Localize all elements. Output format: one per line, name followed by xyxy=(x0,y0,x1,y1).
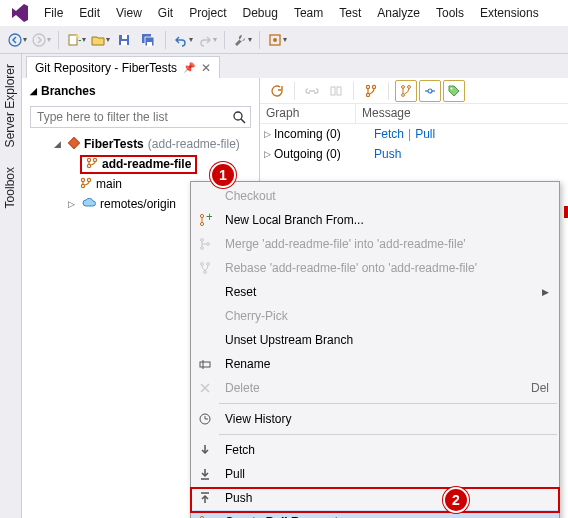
svg-rect-5 xyxy=(121,41,127,45)
delete-shortcut: Del xyxy=(531,381,549,395)
pull-link[interactable]: Pull xyxy=(415,127,435,141)
undo-button[interactable]: ▾ xyxy=(172,29,194,51)
menu-project[interactable]: Project xyxy=(181,2,234,24)
ctx-cherry-pick: Cherry-Pick xyxy=(191,304,559,328)
ctx-checkout: Checkout xyxy=(191,184,559,208)
new-item-button[interactable]: +▾ xyxy=(65,29,87,51)
ctx-fetch[interactable]: Fetch xyxy=(191,438,559,462)
col-message[interactable]: Message xyxy=(356,104,417,123)
menu-debug[interactable]: Debug xyxy=(235,2,286,24)
svg-point-27 xyxy=(408,85,411,88)
menu-extensions[interactable]: Extensions xyxy=(472,2,547,24)
repo-node[interactable]: ◢ FiberTests (add-readme-file) xyxy=(26,134,255,154)
expander-icon[interactable]: ▷ xyxy=(260,129,274,139)
menu-file[interactable]: File xyxy=(36,2,71,24)
redo-button[interactable]: ▾ xyxy=(196,29,218,51)
svg-point-32 xyxy=(451,87,453,89)
side-tab-server-explorer[interactable]: Server Explorer xyxy=(0,54,20,157)
svg-point-26 xyxy=(402,85,405,88)
ctx-view-history[interactable]: View History xyxy=(191,407,559,431)
save-button[interactable] xyxy=(113,29,135,51)
side-tab-toolbox[interactable]: Toolbox xyxy=(0,157,20,218)
close-icon[interactable]: ✕ xyxy=(201,61,211,75)
push-icon xyxy=(193,491,217,505)
history-headers: Graph Message xyxy=(260,104,568,124)
ctx-new-branch[interactable]: +New Local Branch From... xyxy=(191,208,559,232)
svg-rect-22 xyxy=(337,87,341,95)
menu-team[interactable]: Team xyxy=(286,2,331,24)
svg-point-1 xyxy=(33,34,45,46)
menu-tools[interactable]: Tools xyxy=(428,2,472,24)
callout-1: 1 xyxy=(210,162,236,188)
ctx-merge: Merge 'add-readme-file' into 'add-readme… xyxy=(191,232,559,256)
svg-point-17 xyxy=(87,164,90,167)
ctx-unset-upstream[interactable]: Unset Upstream Branch xyxy=(191,328,559,352)
save-all-button[interactable] xyxy=(137,29,159,51)
menu-edit[interactable]: Edit xyxy=(71,2,108,24)
menu-test[interactable]: Test xyxy=(331,2,369,24)
branches-header[interactable]: ◢ Branches xyxy=(22,78,259,104)
branch-label: main xyxy=(96,177,122,191)
ctx-rename[interactable]: Rename xyxy=(191,352,559,376)
git-changes-button[interactable]: ▾ xyxy=(266,29,288,51)
filter-input[interactable] xyxy=(31,107,228,127)
filter-branch-button[interactable] xyxy=(395,80,417,102)
menu-git[interactable]: Git xyxy=(150,2,181,24)
nav-fwd-button[interactable]: ▾ xyxy=(30,29,52,51)
svg-point-36 xyxy=(201,239,204,242)
cropped-red-edge xyxy=(564,206,568,218)
refresh-button[interactable] xyxy=(266,80,288,102)
search-icon[interactable] xyxy=(228,110,250,124)
branches-label: Branches xyxy=(41,84,96,98)
toolbar: ▾ ▾ +▾ ▾ ▾ ▾ ▾ ▾ xyxy=(0,26,568,54)
ctx-create-pull-request[interactable]: Create Pull Request xyxy=(191,510,559,518)
svg-point-29 xyxy=(428,89,432,93)
branch-graph-button[interactable] xyxy=(360,80,382,102)
svg-point-33 xyxy=(200,214,203,217)
ctx-reset[interactable]: Reset▶ xyxy=(191,280,559,304)
pin-icon[interactable]: 📌 xyxy=(183,62,195,73)
col-graph[interactable]: Graph xyxy=(260,104,356,123)
svg-point-11 xyxy=(273,38,277,42)
outgoing-row[interactable]: ▷ Outgoing (0) Push xyxy=(260,144,568,164)
menu-analyze[interactable]: Analyze xyxy=(369,2,428,24)
collapse-icon: ◢ xyxy=(30,86,37,96)
doc-tab-git-repo[interactable]: Git Repository - FiberTests 📌 ✕ xyxy=(26,56,220,78)
wrench-button[interactable]: ▾ xyxy=(231,29,253,51)
link-button[interactable] xyxy=(301,80,323,102)
incoming-row[interactable]: ▷ Incoming (0) Fetch|Pull xyxy=(260,124,568,144)
svg-text:+: + xyxy=(206,213,212,224)
svg-point-41 xyxy=(204,271,207,274)
svg-point-18 xyxy=(81,178,84,181)
svg-point-40 xyxy=(207,263,210,266)
svg-rect-6 xyxy=(122,35,127,39)
side-tabs: Server Explorer Toolbox xyxy=(0,54,22,518)
svg-point-19 xyxy=(87,178,90,181)
new-branch-icon: + xyxy=(193,213,217,227)
doc-tab-title: Git Repository - FiberTests xyxy=(35,61,177,75)
menu-view[interactable]: View xyxy=(108,2,150,24)
delete-icon xyxy=(193,381,217,395)
nav-back-button[interactable]: ▾ xyxy=(6,29,28,51)
ctx-push[interactable]: Push xyxy=(191,486,559,510)
fetch-link[interactable]: Fetch xyxy=(374,127,404,141)
svg-point-38 xyxy=(201,247,204,250)
ctx-pull[interactable]: Pull xyxy=(191,462,559,486)
expander-icon[interactable]: ▷ xyxy=(260,149,274,159)
repo-current-branch: (add-readme-file) xyxy=(148,137,240,151)
open-button[interactable]: ▾ xyxy=(89,29,111,51)
menu-separator xyxy=(219,434,557,435)
branch-context-menu: Checkout +New Local Branch From... Merge… xyxy=(190,181,560,518)
svg-point-39 xyxy=(201,263,204,266)
filter-commit-button[interactable] xyxy=(419,80,441,102)
menubar: File Edit View Git Project Debug Team Te… xyxy=(0,0,568,26)
svg-rect-2 xyxy=(69,35,77,45)
expander-icon[interactable]: ◢ xyxy=(54,139,64,149)
compare-button[interactable] xyxy=(325,80,347,102)
ctx-delete: DeleteDel xyxy=(191,376,559,400)
push-link[interactable]: Push xyxy=(374,147,401,161)
expander-icon[interactable]: ▷ xyxy=(68,199,78,209)
filter-tag-button[interactable] xyxy=(443,80,465,102)
cloud-icon xyxy=(82,197,96,212)
svg-point-23 xyxy=(366,85,369,88)
